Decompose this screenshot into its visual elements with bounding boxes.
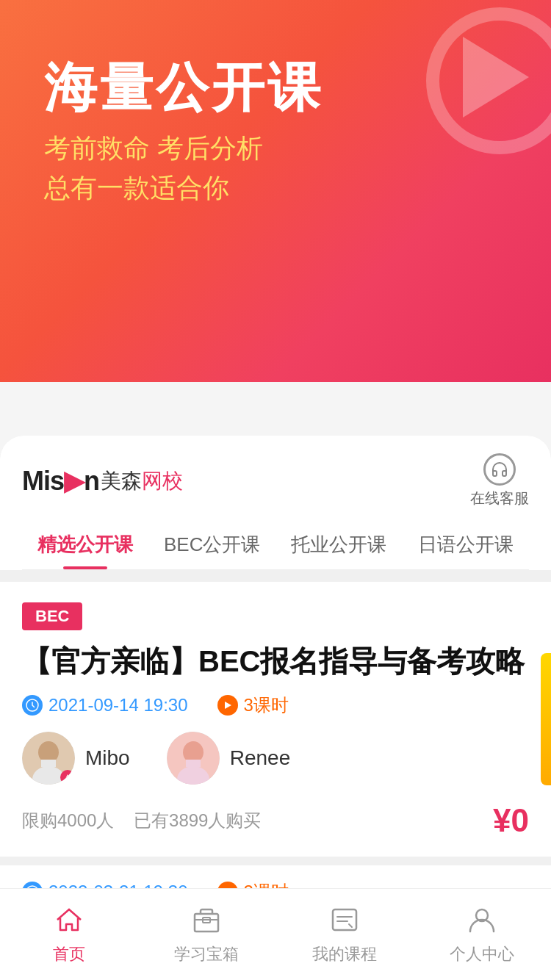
svg-rect-10 <box>186 760 201 767</box>
header-content: 海量公开课 考前救命 考后分析 总有一款适合你 <box>0 0 551 230</box>
nav-home[interactable]: 首页 <box>0 889 138 980</box>
play-icon <box>217 695 238 716</box>
course-icon <box>325 901 364 939</box>
svg-rect-18 <box>333 909 356 930</box>
teacher-badge <box>60 770 75 785</box>
customer-service-button[interactable]: 在线客服 <box>470 453 529 508</box>
course-date: 2021-09-14 19:30 <box>22 695 188 716</box>
nav-study-box[interactable]: 学习宝箱 <box>138 889 276 980</box>
lessons-value: 3课时 <box>244 693 289 717</box>
teacher-mibo: Mibo <box>22 732 130 785</box>
home-icon <box>50 901 88 939</box>
course-price: ¥0 <box>493 802 529 839</box>
customer-service-label: 在线客服 <box>470 489 529 508</box>
svg-marker-1 <box>225 702 231 709</box>
course-meta: 2021-09-14 19:30 3课时 <box>22 693 529 717</box>
logo-text: Mis▶n <box>22 466 99 497</box>
course-badge: BEC <box>22 602 82 630</box>
purchase-row: 限购4000人 已有3899人购买 ¥0 <box>22 802 529 839</box>
tab-bec-courses[interactable]: BEC公开课 <box>149 520 276 569</box>
teacher-name-renee: Renee <box>230 746 291 770</box>
app-logo: Mis▶n 美森网校 <box>22 466 183 497</box>
tab-selected-courses[interactable]: 精选公开课 <box>22 520 149 569</box>
limit-text: 限购4000人 <box>22 810 114 830</box>
app-header: Mis▶n 美森网校 在线客服 精选公开课 BEC公开 <box>0 436 551 570</box>
clock-icon <box>22 695 43 716</box>
person-icon <box>463 901 501 939</box>
headset-icon <box>483 453 516 486</box>
svg-rect-5 <box>41 760 56 767</box>
tab-japanese-courses[interactable]: 日语公开课 <box>403 520 530 569</box>
logo-chinese: 美森网校 <box>101 467 183 495</box>
buyers-text: 已有3899人购买 <box>134 810 261 830</box>
tab-toeic-courses[interactable]: 托业公开课 <box>276 520 403 569</box>
course-title: 【官方亲临】BEC报名指导与备考攻略 <box>22 642 529 680</box>
teachers-row: Mibo Renee <box>22 732 529 785</box>
svg-marker-6 <box>65 774 71 780</box>
box-icon <box>187 901 226 939</box>
nav-my-courses[interactable]: 我的课程 <box>276 889 414 980</box>
yellow-accent-bar <box>541 653 551 785</box>
nav-home-label: 首页 <box>53 943 85 965</box>
purchase-info: 限购4000人 已有3899人购买 <box>22 809 261 832</box>
nav-study-box-label: 学习宝箱 <box>174 943 239 965</box>
subtitle-line1: 考前救命 考后分析 <box>44 129 507 168</box>
featured-course-card[interactable]: BEC 【官方亲临】BEC报名指导与备考攻略 2021-09-14 19:30 <box>0 582 551 857</box>
header-subtitle: 考前救命 考后分析 总有一款适合你 <box>44 129 507 208</box>
page-title: 海量公开课 <box>44 59 507 117</box>
nav-tabs: 精选公开课 BEC公开课 托业公开课 日语公开课 <box>22 520 529 570</box>
subtitle-line2: 总有一款适合你 <box>44 168 507 208</box>
teacher-avatar-mibo <box>22 732 75 785</box>
course-lessons: 3课时 <box>217 693 289 717</box>
teacher-avatar-renee <box>167 732 220 785</box>
nav-profile-label: 个人中心 <box>450 943 514 965</box>
bottom-navigation: 首页 学习宝箱 我的课程 个人中心 <box>0 888 551 980</box>
date-value: 2021-09-14 19:30 <box>48 695 188 716</box>
teacher-renee: Renee <box>167 732 291 785</box>
nav-my-courses-label: 我的课程 <box>312 943 377 965</box>
nav-profile[interactable]: 个人中心 <box>414 889 552 980</box>
teacher-name-mibo: Mibo <box>85 746 130 770</box>
